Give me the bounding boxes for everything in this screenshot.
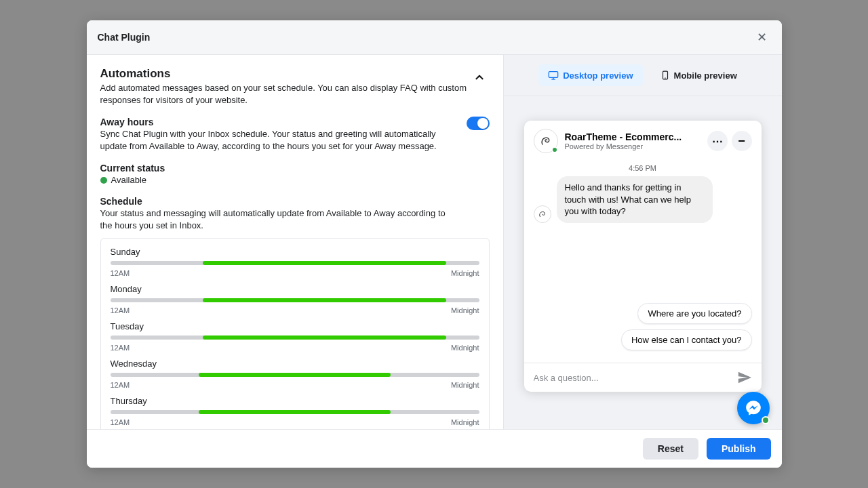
automations-title: Automations	[100, 67, 469, 81]
bar-left-label: 12AM	[111, 381, 130, 389]
online-dot-icon	[762, 416, 770, 424]
chevron-up-icon	[473, 71, 486, 83]
quick-replies: Where are you located? How else can I co…	[534, 303, 752, 356]
schedule-row-tuesday[interactable]: Tuesday 12AMMidnight	[111, 321, 479, 352]
current-status-value: Available	[111, 175, 147, 185]
schedule-row-thursday[interactable]: Thursday 12AMMidnight	[111, 396, 479, 426]
schedule-row-sunday[interactable]: Sunday 12AMMidnight	[111, 247, 479, 277]
messenger-icon	[745, 399, 762, 417]
schedule-card: Sunday 12AMMidnight Monday 12AMMidnight …	[100, 238, 490, 429]
online-dot-icon	[551, 146, 558, 153]
schedule-row-wednesday[interactable]: Wednesday 12AMMidnight	[111, 359, 479, 389]
bar-left-label: 12AM	[111, 269, 130, 277]
tab-desktop-preview[interactable]: Desktop preview	[538, 64, 642, 86]
schedule-desc: Your status and messaging will automatic…	[100, 207, 453, 231]
chat-plugin-modal: Chat Plugin ✕ Automations Add automated …	[87, 20, 782, 468]
message-avatar	[534, 205, 551, 223]
day-label: Wednesday	[111, 359, 479, 369]
day-label: Sunday	[111, 247, 479, 257]
incoming-message: Hello and thanks for getting in touch wi…	[534, 176, 752, 223]
close-button[interactable]: ✕	[753, 27, 771, 47]
schedule-bar	[111, 261, 479, 265]
modal-body: Automations Add automated messages based…	[87, 55, 782, 429]
schedule-row-monday[interactable]: Monday 12AMMidnight	[111, 284, 479, 314]
preview-tabs: Desktop preview Mobile preview	[504, 55, 782, 96]
minimize-button[interactable]: −	[732, 131, 752, 151]
chat-subtitle: Powered by Messenger	[565, 142, 682, 150]
bar-left-label: 12AM	[111, 306, 130, 314]
automations-desc: Add automated messages based on your set…	[100, 82, 469, 106]
away-hours-toggle[interactable]	[467, 117, 490, 130]
desktop-icon	[548, 70, 559, 81]
close-icon: ✕	[757, 30, 767, 44]
away-hours-title: Away hours	[100, 117, 453, 127]
page-avatar	[534, 129, 558, 153]
day-label: Monday	[111, 284, 479, 294]
day-label: Thursday	[111, 396, 479, 406]
schedule-bar	[111, 410, 479, 414]
tab-mobile-preview[interactable]: Mobile preview	[651, 64, 747, 86]
schedule-bar	[111, 373, 479, 377]
more-button[interactable]: ⋯	[707, 131, 728, 151]
chat-input[interactable]	[534, 373, 730, 383]
mobile-icon	[660, 70, 670, 81]
automations-header: Automations Add automated messages based…	[100, 67, 490, 106]
chat-preview-card: RoarTheme - Ecommerc... Powered by Messe…	[524, 121, 762, 392]
chat-body: 4:56 PM Hello and thanks for getting in …	[524, 161, 762, 363]
chat-timestamp: 4:56 PM	[534, 164, 752, 172]
bar-left-label: 12AM	[111, 344, 130, 352]
dots-icon: ⋯	[712, 135, 723, 148]
preview-pane: Desktop preview Mobile preview RoarTheme…	[504, 55, 782, 429]
send-icon[interactable]	[737, 370, 752, 385]
modal-title: Chat Plugin	[98, 32, 151, 43]
bar-right-label: Midnight	[451, 306, 479, 314]
quick-reply-2[interactable]: How else can I contact you?	[621, 329, 752, 350]
quick-reply-1[interactable]: Where are you located?	[637, 303, 751, 324]
message-bubble: Hello and thanks for getting in touch wi…	[557, 176, 713, 223]
status-dot-icon	[100, 177, 107, 184]
bar-right-label: Midnight	[451, 381, 479, 389]
bar-right-label: Midnight	[451, 418, 479, 426]
reset-button[interactable]: Reset	[643, 438, 698, 460]
settings-pane: Automations Add automated messages based…	[87, 55, 504, 429]
chat-page-name: RoarTheme - Ecommerc...	[565, 131, 682, 142]
messenger-fab[interactable]	[737, 392, 770, 424]
schedule-bar	[111, 336, 479, 340]
day-label: Tuesday	[111, 321, 479, 331]
collapse-button[interactable]	[469, 67, 490, 89]
tab-label: Mobile preview	[674, 70, 737, 81]
current-status-title: Current status	[100, 163, 490, 174]
away-hours-desc: Sync Chat Plugin with your Inbox schedul…	[100, 128, 453, 152]
publish-button[interactable]: Publish	[707, 438, 771, 460]
modal-footer: Reset Publish	[87, 429, 782, 468]
modal-header: Chat Plugin ✕	[87, 20, 782, 55]
schedule-bar	[111, 298, 479, 302]
chat-input-row	[524, 363, 762, 392]
svg-rect-0	[549, 72, 558, 78]
bar-right-label: Midnight	[451, 269, 479, 277]
bar-left-label: 12AM	[111, 418, 130, 426]
tab-label: Desktop preview	[563, 70, 633, 81]
bar-right-label: Midnight	[451, 344, 479, 352]
schedule-title: Schedule	[100, 196, 490, 207]
chat-header: RoarTheme - Ecommerc... Powered by Messe…	[524, 121, 762, 161]
